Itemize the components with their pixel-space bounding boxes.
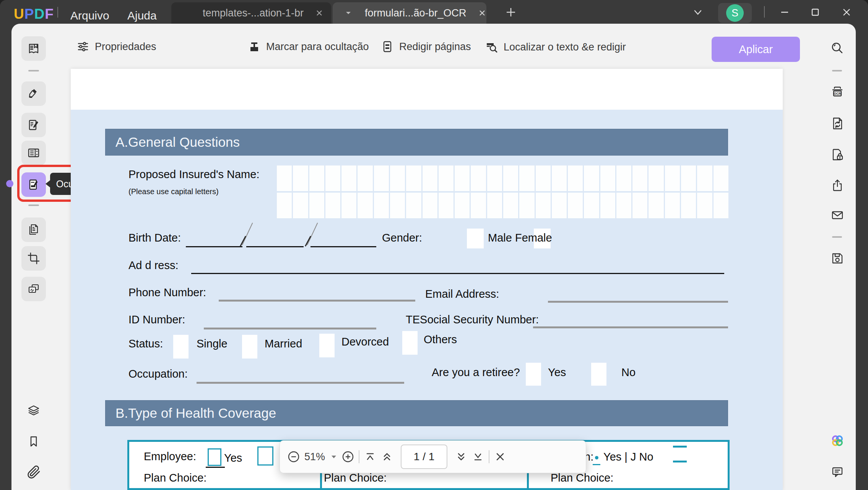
- status-option-married: Married: [265, 337, 302, 350]
- minimize-button[interactable]: [778, 5, 792, 19]
- tab-formulario-active[interactable]: formulari...ão-br_OCR: [333, 2, 486, 24]
- ssn-line: [533, 326, 728, 328]
- apply-button[interactable]: Aplicar: [712, 37, 800, 62]
- employee-checkbox: [208, 448, 221, 466]
- zoom-out-button[interactable]: [285, 448, 302, 465]
- zoom-level[interactable]: 51%: [304, 451, 325, 463]
- convert-icon[interactable]: [825, 111, 850, 136]
- letter-cell: [665, 193, 680, 218]
- highlighter-icon[interactable]: [21, 81, 46, 106]
- pager-close-button[interactable]: [492, 448, 509, 465]
- letter-cell: [471, 193, 486, 218]
- avatar: S: [726, 4, 744, 22]
- protect-icon[interactable]: [825, 143, 850, 167]
- pages-icon[interactable]: [21, 217, 46, 242]
- crop-icon[interactable]: [21, 246, 46, 271]
- tab-dropdown-icon[interactable]: [345, 10, 352, 16]
- employee-label: Employee:: [144, 450, 196, 463]
- retiree-yes-checkbox: [526, 363, 541, 386]
- logo-letter: P: [24, 6, 34, 22]
- edit-icon[interactable]: [21, 113, 46, 137]
- letter-cell: [293, 165, 308, 191]
- properties-label: Propriedades: [95, 41, 156, 53]
- letter-cell: [374, 165, 389, 191]
- letter-cell: [519, 193, 534, 218]
- letter-cell: [568, 193, 583, 218]
- find-redact-button[interactable]: Localizar o texto &e redigir: [484, 40, 626, 54]
- letter-cell: [649, 165, 663, 191]
- mark-redaction-button[interactable]: Marcar para ocultação: [248, 40, 369, 53]
- letter-cell: [681, 193, 696, 218]
- letter-cell: [423, 193, 437, 218]
- chevron-down-icon[interactable]: [692, 8, 704, 17]
- tab-close-icon[interactable]: [315, 9, 323, 17]
- save-icon[interactable]: [825, 246, 850, 271]
- bookmark-icon[interactable]: [21, 429, 46, 454]
- plan-choice-label: Plan Choice:: [324, 472, 387, 484]
- letter-cell: [406, 193, 421, 218]
- organize-icon[interactable]: [21, 141, 46, 165]
- ai-icon[interactable]: [825, 429, 850, 454]
- previous-page-button[interactable]: [379, 448, 395, 465]
- letter-cell: [503, 193, 518, 218]
- purple-indicator-dot: [6, 180, 13, 187]
- letter-cell: [358, 165, 372, 191]
- letter-cell: [536, 165, 551, 191]
- tab-templates[interactable]: templates-...ation-1-br: [171, 2, 331, 24]
- new-tab-button[interactable]: [504, 5, 518, 19]
- comment-icon[interactable]: [825, 460, 850, 485]
- letter-cell: [487, 193, 502, 218]
- birth-date-line: [186, 246, 242, 247]
- logo-letter: F: [45, 6, 54, 22]
- teal-mark: [593, 464, 600, 465]
- letter-cell: [309, 165, 324, 191]
- status-checkbox-married: [242, 335, 257, 359]
- mail-icon[interactable]: [825, 203, 850, 227]
- properties-button[interactable]: Propriedades: [76, 40, 156, 53]
- name-letter-row: [277, 165, 728, 191]
- watermark-icon[interactable]: [21, 277, 46, 301]
- retiree-no-label: No: [621, 366, 636, 379]
- maximize-button[interactable]: [808, 5, 822, 19]
- email-line: [548, 301, 728, 303]
- address-line: [191, 273, 724, 274]
- first-page-button[interactable]: [362, 448, 379, 465]
- svg-text:OCR: OCR: [834, 92, 841, 96]
- letter-cell: [697, 165, 712, 191]
- status-option-single: Single: [197, 337, 228, 350]
- account-button[interactable]: S: [718, 3, 752, 23]
- letter-cell: [584, 165, 599, 191]
- search-icon[interactable]: [825, 36, 850, 61]
- letter-cell: [697, 193, 712, 218]
- page-indicator-input[interactable]: 1 / 1: [401, 445, 447, 469]
- address-label: Ad d ress:: [128, 259, 179, 272]
- zoom-dropdown-icon[interactable]: [328, 448, 340, 465]
- close-button[interactable]: [840, 5, 853, 19]
- letter-cell: [536, 193, 551, 218]
- menu-arquivo[interactable]: Arquivo: [70, 9, 109, 22]
- sidebar-divider: [28, 204, 39, 206]
- logo-letter: U: [14, 6, 24, 22]
- letter-cell: [293, 193, 308, 218]
- menu-ajuda[interactable]: Ajuda: [127, 9, 157, 22]
- letter-cell: [455, 165, 470, 191]
- reader-icon[interactable]: [21, 36, 46, 61]
- attachment-icon[interactable]: [21, 460, 46, 484]
- tab-close-icon[interactable]: [478, 9, 486, 17]
- redact-pages-button[interactable]: Redigir páginas: [381, 40, 471, 53]
- share-icon[interactable]: [825, 173, 850, 198]
- ocr-icon[interactable]: OCR: [825, 81, 850, 105]
- gender-options-text: Male Female: [488, 232, 552, 244]
- letter-cell: [455, 193, 470, 218]
- plan-choice-label: Plan Choice:: [551, 472, 613, 484]
- layers-icon[interactable]: [21, 398, 46, 423]
- last-page-button[interactable]: [470, 448, 486, 465]
- next-page-button[interactable]: [453, 448, 470, 465]
- letter-cell: [325, 165, 340, 191]
- letter-cell: [309, 193, 324, 218]
- zoom-in-button[interactable]: [340, 448, 356, 465]
- mark-redaction-label: Marcar para ocultação: [266, 41, 369, 53]
- status-checkbox-others: [402, 331, 418, 355]
- teal-bracket: [673, 461, 687, 462]
- tab-title: formulari...ão-br_OCR: [365, 7, 467, 19]
